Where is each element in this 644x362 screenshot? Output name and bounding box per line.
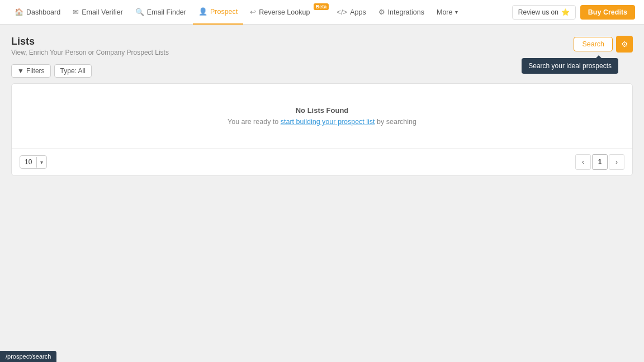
next-page-button[interactable]: ›	[609, 154, 624, 170]
prospect-list-link[interactable]: start building your prospect list	[281, 118, 375, 126]
more-dropdown-icon: ▾	[455, 9, 458, 15]
page-title: Lists	[11, 36, 169, 47]
type-badge: Type: All	[54, 64, 92, 78]
integrations-icon: ⚙	[378, 8, 385, 16]
next-page-icon: ›	[615, 158, 618, 166]
nav-label-dashboard: Dashboard	[26, 8, 60, 16]
email-finder-icon: 🔍	[135, 8, 144, 16]
page-size-value: 10	[20, 156, 36, 168]
pagination-bar: 10 ▾ ‹ 1 ›	[12, 148, 632, 175]
pagination-controls: ‹ 1 ›	[575, 154, 624, 170]
prev-page-button[interactable]: ‹	[575, 154, 591, 170]
nav-right: Review us on ⭐ Buy Credits	[512, 5, 635, 20]
header-actions: Search Search your ideal prospects ⚙	[574, 36, 633, 53]
review-label: Review us on	[518, 8, 558, 16]
empty-state-desc-after: by searching	[375, 118, 416, 126]
nav-item-more[interactable]: More ▾	[431, 0, 463, 25]
page-size-select[interactable]: 10 ▾	[20, 155, 47, 169]
search-button[interactable]: Search	[574, 37, 613, 51]
nav-label-more: More	[437, 8, 452, 16]
settings-button[interactable]: ⚙	[616, 36, 633, 53]
nav-item-apps[interactable]: </> Apps	[331, 0, 371, 25]
page-header: Lists View, Enrich Your Person or Compan…	[11, 36, 633, 56]
nav-item-reverse-lookup[interactable]: ↩ Reverse Lookup Beta	[244, 0, 330, 25]
nav-item-email-verifier[interactable]: ✉ Email Verifier	[67, 0, 129, 25]
dashboard-icon: 🏠	[15, 8, 23, 16]
nav-items: 🏠 Dashboard ✉ Email Verifier 🔍 Email Fin…	[9, 0, 512, 25]
nav-label-reverse-lookup: Reverse Lookup	[259, 8, 310, 16]
nav-item-prospect[interactable]: 👤 Prospect	[193, 0, 243, 25]
page-subtitle: View, Enrich Your Person or Company Pros…	[11, 49, 169, 56]
apps-icon: </>	[337, 8, 347, 16]
nav-label-apps: Apps	[350, 8, 366, 16]
search-button-container: Search Search your ideal prospects	[574, 37, 613, 51]
buy-credits-button[interactable]: Buy Credits	[580, 5, 635, 20]
reverse-lookup-icon: ↩	[250, 8, 256, 16]
page-size-dropdown-arrow[interactable]: ▾	[36, 157, 46, 168]
nav-item-dashboard[interactable]: 🏠 Dashboard	[9, 0, 66, 25]
prospect-icon: 👤	[198, 7, 207, 16]
filters-bar: ▼ Filters Type: All	[11, 64, 633, 78]
beta-badge: Beta	[314, 3, 329, 10]
email-verifier-icon: ✉	[73, 8, 79, 16]
main-content: Lists View, Enrich Your Person or Compan…	[0, 25, 644, 187]
empty-state-desc-before: You are ready to	[228, 118, 281, 126]
nav-item-integrations[interactable]: ⚙ Integrations	[373, 0, 430, 25]
nav-label-email-verifier: Email Verifier	[82, 8, 123, 16]
list-container: No Lists Found You are ready to start bu…	[11, 83, 633, 176]
current-page-button[interactable]: 1	[592, 154, 608, 170]
settings-gear-icon: ⚙	[621, 40, 628, 49]
nav-label-prospect: Prospect	[210, 8, 238, 16]
filters-label: Filters	[26, 67, 45, 75]
page-title-area: Lists View, Enrich Your Person or Compan…	[11, 36, 169, 56]
nav-item-email-finder[interactable]: 🔍 Email Finder	[130, 0, 192, 25]
navbar: 🏠 Dashboard ✉ Email Verifier 🔍 Email Fin…	[0, 0, 644, 25]
empty-state-title: No Lists Found	[23, 106, 621, 115]
filters-button[interactable]: ▼ Filters	[11, 64, 51, 78]
review-button[interactable]: Review us on ⭐	[512, 5, 576, 20]
empty-state: No Lists Found You are ready to start bu…	[12, 84, 632, 148]
filter-icon: ▼	[17, 67, 24, 75]
nav-label-integrations: Integrations	[388, 8, 424, 16]
nav-label-email-finder: Email Finder	[147, 8, 186, 16]
empty-state-description: You are ready to start building your pro…	[23, 118, 621, 126]
review-star-icon: ⭐	[561, 8, 570, 16]
prev-page-icon: ‹	[582, 158, 584, 166]
buy-credits-label: Buy Credits	[588, 8, 627, 16]
